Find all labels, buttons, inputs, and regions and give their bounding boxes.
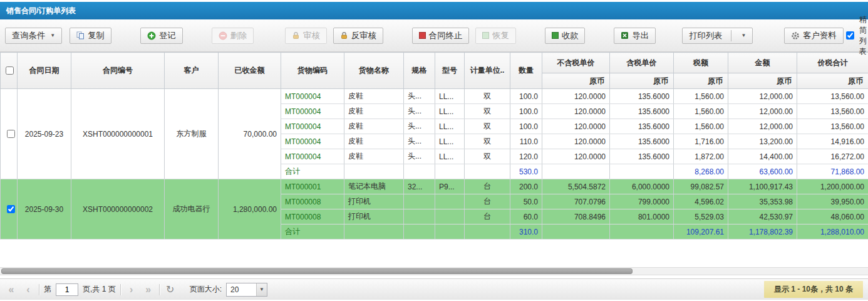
unit-cell: 双 xyxy=(465,89,510,104)
total-cell: 16,272.00 xyxy=(797,149,868,164)
empty-cell xyxy=(344,224,404,240)
price-in-cell: 135.6000 xyxy=(610,89,674,104)
subtotal-tax-cell: 109,207.61 xyxy=(674,224,728,240)
row-checkbox[interactable] xyxy=(7,205,15,213)
chevron-down-icon: ▼ xyxy=(741,33,746,38)
scrollbar-thumb[interactable] xyxy=(1,268,633,274)
price-ex-cell: 120.0000 xyxy=(542,149,610,164)
goods-name-cell: 皮鞋 xyxy=(344,134,404,149)
subtotal-qty-cell: 530.0 xyxy=(510,164,542,179)
resume-icon xyxy=(482,32,489,39)
prev-page-button[interactable]: ‹ xyxy=(22,283,34,296)
excel-icon xyxy=(621,31,629,40)
subcol-currency: 原币 xyxy=(610,73,674,89)
col-price-ex-tax: 不含税单价 xyxy=(542,53,610,73)
horizontal-scrollbar[interactable] xyxy=(0,267,868,275)
item-row[interactable]: 2025-09-23XSHT000000000001东方制服70,000.00M… xyxy=(1,89,868,104)
subtotal-label-cell: 合计 xyxy=(281,224,344,240)
table-body: 2025-09-23XSHT000000000001东方制服70,000.00M… xyxy=(1,89,868,240)
spec-cell: 头... xyxy=(404,149,435,164)
customer-info-button[interactable]: 客户资料 xyxy=(784,28,843,44)
empty-cell xyxy=(542,164,610,179)
unapprove-button[interactable]: 反审核 xyxy=(333,28,383,44)
restore-button: 恢复 xyxy=(475,28,516,44)
copy-button[interactable]: 复制 xyxy=(70,28,111,44)
print-list-label: 打印列表 xyxy=(689,30,722,41)
goods-name-cell: 皮鞋 xyxy=(344,149,404,164)
contract-no-cell: XSHT000000000002 xyxy=(71,179,165,240)
received-amount-cell: 70,000.00 xyxy=(219,89,281,179)
separator xyxy=(39,284,39,295)
price-ex-cell: 120.0000 xyxy=(542,119,610,134)
total-cell: 13,560.00 xyxy=(797,89,868,104)
query-filter-button[interactable]: 查询条件 ▼ xyxy=(5,28,62,44)
query-filter-label: 查询条件 xyxy=(12,30,45,41)
spec-cell xyxy=(404,209,435,224)
copy-label: 复制 xyxy=(88,30,105,41)
item-row[interactable]: 2025-09-30XSHT000000000002成功电器行1,280,000… xyxy=(1,179,868,194)
qty-cell: 110.0 xyxy=(510,134,542,149)
price-in-cell: 135.6000 xyxy=(610,149,674,164)
delete-button: 删除 xyxy=(212,28,254,44)
separator xyxy=(159,284,160,295)
refresh-button[interactable]: ↻ xyxy=(164,283,177,295)
collect-icon xyxy=(552,32,559,39)
compact-list-toggle[interactable]: 精简列表 xyxy=(844,14,867,57)
col-unit: 计量单位.. xyxy=(465,53,510,89)
remove-icon xyxy=(219,31,227,40)
subcol-currency: 原币 xyxy=(542,73,610,89)
goods-code-cell: MT000004 xyxy=(281,119,344,134)
chevron-down-icon: ▼ xyxy=(50,33,55,38)
goods-name-cell: 皮鞋 xyxy=(344,104,404,119)
empty-cell xyxy=(435,164,465,179)
goods-name-cell: 打印机 xyxy=(344,194,404,209)
print-list-button[interactable]: 打印列表 ▼ xyxy=(682,28,753,44)
price-ex-cell: 120.0000 xyxy=(542,134,610,149)
model-cell xyxy=(435,194,465,209)
export-button[interactable]: 导出 xyxy=(614,28,656,44)
page-size-select[interactable]: 20 ▼ xyxy=(226,283,267,297)
page-number-input[interactable] xyxy=(56,283,78,296)
terminate-contract-button[interactable]: 合同终止 xyxy=(412,28,469,44)
empty-cell xyxy=(465,164,510,179)
unit-cell: 台 xyxy=(465,179,510,194)
tax-cell: 5,529.03 xyxy=(674,209,728,224)
total-cell: 13,560.00 xyxy=(797,104,868,119)
group-select-cell xyxy=(1,179,18,240)
total-cell: 48,060.00 xyxy=(797,209,868,224)
contract-date-cell: 2025-09-23 xyxy=(18,89,71,179)
unit-cell: 双 xyxy=(465,104,510,119)
subcol-currency: 原币 xyxy=(674,73,728,89)
empty-cell xyxy=(435,224,465,240)
collect-payment-button[interactable]: 收款 xyxy=(545,28,586,44)
lock-icon xyxy=(292,31,300,40)
select-all-checkbox[interactable] xyxy=(6,66,14,75)
last-page-button[interactable]: » xyxy=(142,283,155,296)
spec-cell xyxy=(404,194,435,209)
tax-cell: 4,596.02 xyxy=(674,194,728,209)
amount-cell: 42,530.97 xyxy=(728,209,797,224)
col-tax: 税额 xyxy=(674,53,728,73)
subtotal-label-cell: 合计 xyxy=(281,164,344,179)
copy-icon xyxy=(76,31,85,40)
amount-cell: 12,000.00 xyxy=(728,119,797,134)
subtotal-qty-cell: 310.0 xyxy=(510,224,542,240)
first-page-button[interactable]: « xyxy=(5,283,18,296)
goods-name-cell: 笔记本电脑 xyxy=(344,179,404,194)
model-cell xyxy=(435,209,465,224)
register-label: 登记 xyxy=(159,30,176,41)
goods-code-cell: MT000004 xyxy=(281,134,344,149)
price-in-cell: 135.6000 xyxy=(610,119,674,134)
page-prefix-label: 第 xyxy=(44,284,51,295)
row-checkbox[interactable] xyxy=(7,130,15,138)
next-page-button[interactable]: › xyxy=(125,283,138,296)
compact-list-checkbox[interactable] xyxy=(846,31,854,40)
spec-cell: 头... xyxy=(404,134,435,149)
chevron-down-icon: ▼ xyxy=(256,283,267,296)
amount-cell: 1,100,917.43 xyxy=(728,179,797,194)
register-button[interactable]: 登记 xyxy=(140,28,183,44)
terminate-label: 合同终止 xyxy=(429,30,462,41)
col-model: 型号 xyxy=(435,53,465,89)
button-divider xyxy=(731,30,731,41)
toolbar: 查询条件 ▼ 复制 登记 删除 审核 反审核 合同终止 xyxy=(0,19,868,52)
